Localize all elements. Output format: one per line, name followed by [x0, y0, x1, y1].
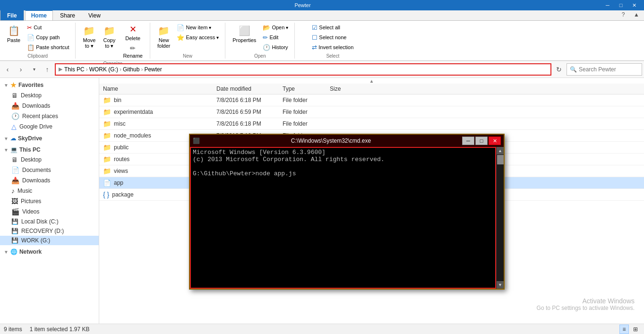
- cmd-title-bar: ⬛ C:\Windows\System32\cmd.exe ─ □ ✕: [190, 135, 504, 147]
- window-controls: ─ □ ✕: [601, 1, 640, 9]
- breadcrumb-pewter[interactable]: Pewter: [144, 66, 162, 73]
- sidebar-item-work-g[interactable]: 💾 WORK (G:): [0, 236, 99, 245]
- header-date[interactable]: Date modified: [213, 85, 279, 93]
- google-drive-icon: △: [11, 123, 17, 130]
- history-button[interactable]: 🕐 History: [260, 43, 291, 52]
- edit-button[interactable]: ✏ Edit: [260, 33, 291, 42]
- sidebar-section-network: ▼ 🌐 Network: [0, 247, 99, 257]
- copy-path-button[interactable]: 📄 Copy path: [25, 33, 71, 42]
- refresh-button[interactable]: ↻: [553, 64, 565, 75]
- recent-places-icon: 🕐: [11, 112, 19, 120]
- header-type[interactable]: Type: [279, 85, 326, 93]
- breadcrumb-work[interactable]: WORK (G:): [89, 66, 118, 73]
- ribbon-group-select: ☑ Select all ☐ Select none ⇄ Invert sele…: [295, 23, 370, 59]
- videos-icon: 🎬: [11, 208, 19, 215]
- maximize-button[interactable]: □: [615, 1, 627, 9]
- select-col: ☑ Select all ☐ Select none ⇄ Invert sele…: [309, 23, 356, 52]
- breadcrumb-github[interactable]: Github: [123, 66, 139, 73]
- sidebar-item-local-disk-c[interactable]: 💾 Local Disk (C:): [0, 217, 99, 226]
- sidebar-item-google-drive[interactable]: △ Google Drive: [0, 121, 99, 132]
- cmd-scroll-thumb[interactable]: [497, 155, 504, 164]
- sidebar-item-recent-places[interactable]: 🕐 Recent places: [0, 111, 99, 121]
- select-buttons: ☑ Select all ☐ Select none ⇄ Invert sele…: [309, 23, 356, 52]
- forward-button[interactable]: ›: [15, 64, 26, 75]
- delete-button[interactable]: ✕ Delete: [120, 23, 146, 43]
- selected-info: 1 item selected 1.97 KB: [30, 326, 90, 333]
- window-title: Pewter: [4, 2, 601, 8]
- collapse-ribbon-button[interactable]: ▲: [631, 9, 642, 20]
- tab-view[interactable]: View: [82, 10, 107, 20]
- tab-home[interactable]: Home: [25, 10, 53, 20]
- sidebar-header-this-pc[interactable]: ▼ 💻 This PC: [0, 145, 99, 154]
- select-none-button[interactable]: ☐ Select none: [309, 33, 356, 42]
- copy-to-button[interactable]: 📁 Copyto ▾: [100, 23, 119, 51]
- sidebar-header-skydrive[interactable]: ▼ ☁ SkyDrive: [0, 134, 99, 143]
- easy-access-icon: ⭐: [177, 34, 184, 41]
- details-view-button[interactable]: ≡: [619, 325, 629, 334]
- address-bar[interactable]: ▶ This PC › WORK (G:) › Github › Pewter: [55, 63, 551, 76]
- help-button[interactable]: ?: [618, 9, 629, 20]
- open-col: 📂 Open ▾ ✏ Edit 🕐 History: [260, 23, 291, 52]
- rename-button[interactable]: ✏ Rename: [120, 43, 146, 60]
- new-folder-button[interactable]: 📁 Newfolder: [154, 23, 174, 50]
- tab-share[interactable]: Share: [54, 10, 81, 20]
- clipboard-buttons: 📋 Paste ✂ Cut 📄 Copy path 📋 Paste shortc…: [4, 23, 71, 52]
- sidebar-item-videos[interactable]: 🎬 Videos: [0, 206, 99, 217]
- new-item-icon: 📄: [177, 24, 184, 31]
- sidebar-item-pictures[interactable]: 🖼 Pictures: [0, 196, 99, 206]
- cmd-maximize-button[interactable]: □: [475, 137, 488, 145]
- sidebar-item-music[interactable]: ♪ Music: [0, 186, 99, 196]
- large-icons-view-button[interactable]: ⊞: [631, 325, 640, 334]
- sidebar-item-downloads-fav[interactable]: 📥 Downloads: [0, 101, 99, 111]
- search-input[interactable]: [579, 66, 639, 73]
- header-size[interactable]: Size: [326, 85, 364, 93]
- up-button[interactable]: ↑: [42, 64, 53, 75]
- invert-selection-button[interactable]: ⇄ Invert selection: [309, 43, 356, 52]
- sidebar-header-network[interactable]: ▼ 🌐 Network: [0, 247, 99, 257]
- copy-to-label: Copyto ▾: [103, 37, 116, 49]
- sidebar-header-favorites[interactable]: ▼ ★ Favorites: [0, 80, 99, 90]
- properties-button[interactable]: ⬜ Properties: [229, 23, 259, 44]
- sidebar-section-skydrive: ▼ ☁ SkyDrive: [0, 134, 99, 143]
- this-pc-icon: 💻: [10, 146, 17, 153]
- views-folder-icon: 📁: [103, 167, 111, 175]
- new-item-button[interactable]: 📄 New item ▾: [174, 23, 221, 32]
- back-button[interactable]: ‹: [2, 64, 13, 75]
- breadcrumb-this-pc[interactable]: This PC: [64, 66, 85, 73]
- file-row-experimentdata[interactable]: 📁experimentdata 7/8/2016 6:59 PM File fo…: [99, 106, 644, 118]
- recent-locations-button[interactable]: ▾: [28, 64, 40, 75]
- copy-to-icon: 📁: [103, 25, 115, 36]
- cut-icon: ✂: [27, 24, 32, 31]
- sidebar-item-desktop-fav[interactable]: 🖥 Desktop: [0, 90, 99, 101]
- cmd-minimize-button[interactable]: ─: [462, 137, 474, 145]
- cmd-scroll-down-button[interactable]: ▼: [497, 281, 504, 289]
- select-all-icon: ☑: [312, 24, 318, 31]
- move-to-button[interactable]: 📁 Moveto ▾: [79, 23, 99, 51]
- minimize-button[interactable]: ─: [601, 1, 614, 9]
- cmd-scroll-up-button[interactable]: ▲: [497, 147, 504, 154]
- header-name[interactable]: Name: [99, 85, 213, 93]
- paste-shortcut-button[interactable]: 📋 Paste shortcut: [25, 43, 71, 52]
- delete-icon: ✕: [129, 24, 137, 34]
- breadcrumb-sep-2: ›: [120, 66, 121, 73]
- cut-button[interactable]: ✂ Cut: [25, 23, 71, 32]
- file-row-misc[interactable]: 📁misc 7/8/2016 6:18 PM File folder: [99, 118, 644, 130]
- sidebar-item-downloads-pc[interactable]: 📥 Downloads: [0, 175, 99, 186]
- select-all-button[interactable]: ☑ Select all: [309, 23, 356, 32]
- sidebar-item-documents[interactable]: 📄 Documents: [0, 165, 99, 175]
- file-row-bin[interactable]: 📁bin 7/8/2016 6:18 PM File folder: [99, 94, 644, 106]
- close-button[interactable]: ✕: [628, 1, 640, 9]
- activate-line2: Go to PC settings to activate Windows.: [537, 305, 635, 311]
- sidebar-item-desktop-pc[interactable]: 🖥 Desktop: [0, 154, 99, 165]
- cmd-content[interactable]: Microsoft Windows [Version 6.3.9600] (c)…: [190, 147, 496, 289]
- easy-access-button[interactable]: ⭐ Easy access ▾: [174, 33, 221, 42]
- cmd-close-button[interactable]: ✕: [489, 137, 501, 145]
- cmd-scrollbar[interactable]: ▲ ▼: [496, 147, 504, 289]
- network-icon: 🌐: [10, 248, 17, 255]
- sidebar: ▼ ★ Favorites 🖥 Desktop 📥 Downloads 🕐 Re…: [0, 78, 99, 324]
- rename-icon: ✏: [130, 44, 136, 52]
- sidebar-item-recovery-d[interactable]: 💾 RECOVERY (D:): [0, 226, 99, 236]
- paste-button[interactable]: 📋 Paste: [4, 23, 24, 44]
- open-button[interactable]: 📂 Open ▾: [260, 23, 291, 32]
- tab-file[interactable]: File: [0, 10, 24, 20]
